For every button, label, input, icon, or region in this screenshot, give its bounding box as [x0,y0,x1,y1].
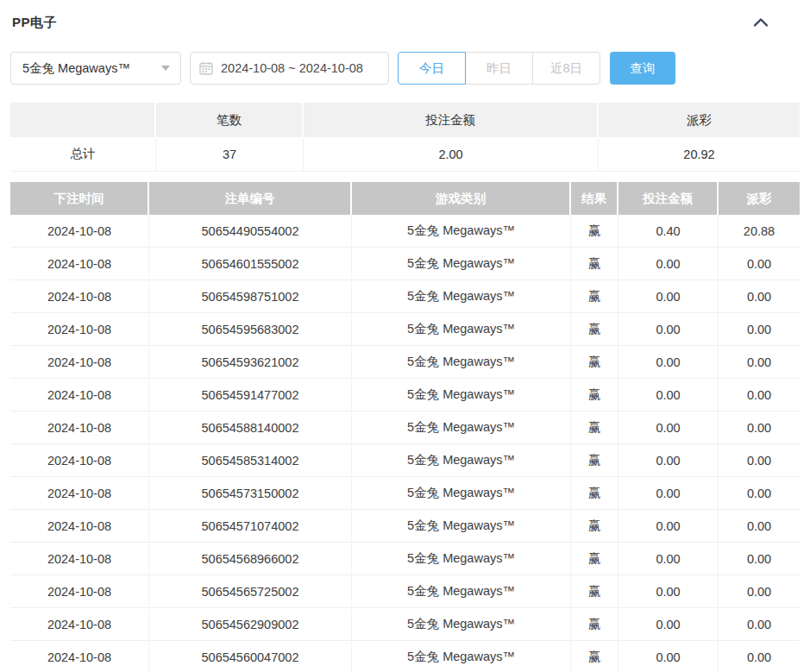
table-cell: 5金兔 Megaways™ [352,543,571,575]
filter-bar: 5金兔 Megaways™ 2024-10-08 ~ 2024-10-08 [10,52,800,85]
table-cell: 50654568966002 [149,543,352,575]
table-cell: 赢 [571,575,618,608]
yesterday-button[interactable]: 昨日 [465,52,533,85]
calendar-icon [199,61,213,75]
table-cell: 2024-10-08 [10,543,149,575]
table-cell: 赢 [571,477,618,510]
bet-record-row: 2024-10-08506545914770025金兔 Megaways™赢0.… [10,379,800,411]
table-cell: 5金兔 Megaways™ [352,313,571,346]
column-header-cell: 注单编号 [149,182,352,215]
bet-record-row: 2024-10-08506545657250025金兔 Megaways™赢0.… [10,575,800,608]
column-header-cell [10,103,156,137]
table-cell: 0.00 [618,608,719,641]
table-cell: 赢 [571,608,618,641]
summary-total-row: 总计372.0020.92 [10,137,800,172]
table-cell: 50654490554002 [149,215,352,248]
table-cell: 50654601555002 [149,248,352,280]
table-cell: 赢 [571,543,618,575]
column-header-cell: 笔数 [156,103,304,137]
table-cell: 0.00 [618,280,719,313]
column-header-cell: 投注金额 [304,103,599,137]
table-cell: 2024-10-08 [10,444,149,477]
table-cell: 0.00 [719,510,800,543]
table-cell: 5金兔 Megaways™ [352,215,571,248]
table-cell: 20.92 [599,137,800,172]
chevron-down-icon [161,66,170,71]
bet-record-row: 2024-10-08506545881400025金兔 Megaways™赢0.… [10,411,800,444]
table-cell: 0.00 [618,641,719,672]
table-cell: 0.00 [719,280,800,313]
table-cell: 总计 [10,137,156,172]
bet-record-row: 2024-10-08506545689660025金兔 Megaways™赢0.… [10,543,800,575]
table-cell: 5金兔 Megaways™ [352,411,571,444]
report-panel: PP电子 5金兔 Megaways™ [0,0,810,672]
bet-records-header-row: 下注时间注单编号游戏类别结果投注金额派彩 [10,182,800,215]
table-cell: 5金兔 Megaways™ [352,280,571,313]
table-cell: 50654560047002 [149,641,352,672]
bet-record-row: 2024-10-08506546015550025金兔 Megaways™赢0.… [10,248,800,280]
table-cell: 2024-10-08 [10,313,149,346]
table-cell: 0.00 [618,543,719,575]
bet-record-row: 2024-10-08506545853140025金兔 Megaways™赢0.… [10,444,800,477]
column-header-cell: 投注金额 [618,182,719,215]
table-cell: 50654573150002 [149,477,352,510]
table-cell: 0.00 [618,411,719,444]
table-cell: 2024-10-08 [10,411,149,444]
table-cell: 0.00 [719,608,800,641]
table-cell: 0.00 [618,575,719,608]
column-header-cell: 派彩 [599,103,800,137]
table-cell: 0.00 [719,379,800,411]
table-cell: 2024-10-08 [10,510,149,543]
table-cell: 5金兔 Megaways™ [352,510,571,543]
table-cell: 2024-10-08 [10,346,149,379]
table-cell: 0.00 [719,313,800,346]
table-cell: 37 [156,137,304,172]
table-cell: 0.00 [618,444,719,477]
table-cell: 50654571074002 [149,510,352,543]
column-header-cell: 游戏类别 [352,182,571,215]
table-cell: 5金兔 Megaways™ [352,608,571,641]
date-range-input[interactable]: 2024-10-08 ~ 2024-10-08 [190,52,389,85]
quick-date-button-group: 今日 昨日 近8日 [398,52,600,85]
table-cell: 0.00 [618,477,719,510]
collapse-button[interactable] [751,16,770,29]
last-8-days-button[interactable]: 近8日 [532,52,600,85]
table-cell: 5金兔 Megaways™ [352,379,571,411]
today-button[interactable]: 今日 [398,52,466,85]
game-select[interactable]: 5金兔 Megaways™ [10,52,181,85]
search-button[interactable]: 查询 [610,52,675,85]
bet-record-row: 2024-10-08506545936210025金兔 Megaways™赢0.… [10,346,800,379]
table-cell: 50654562909002 [149,608,352,641]
table-cell: 20.88 [719,215,800,248]
table-cell: 赢 [571,280,618,313]
table-cell: 0.00 [719,346,800,379]
table-cell: 2024-10-08 [10,575,149,608]
table-cell: 5金兔 Megaways™ [352,444,571,477]
column-header-cell: 派彩 [719,182,800,215]
summary-header-row: 笔数投注金额派彩 [10,103,800,137]
table-cell: 0.00 [618,313,719,346]
table-cell: 50654585314002 [149,444,352,477]
date-range-value: 2024-10-08 ~ 2024-10-08 [221,61,363,75]
column-header-cell: 结果 [571,182,618,215]
table-cell: 2024-10-08 [10,215,149,248]
table-cell: 赢 [571,444,618,477]
table-cell: 0.00 [618,510,719,543]
table-cell: 50654588140002 [149,411,352,444]
table-cell: 0.00 [719,477,800,510]
table-cell: 赢 [571,379,618,411]
table-cell: 50654565725002 [149,575,352,608]
bet-records-table: 下注时间注单编号游戏类别结果投注金额派彩 2024-10-08506544905… [10,182,800,672]
table-cell: 5金兔 Megaways™ [352,477,571,510]
summary-table-head: 笔数投注金额派彩 [10,103,800,137]
table-cell: 2024-10-08 [10,248,149,280]
table-cell: 50654598751002 [149,280,352,313]
bet-records-table-body: 2024-10-08506544905540025金兔 Megaways™赢0.… [10,215,800,672]
table-cell: 0.00 [618,346,719,379]
table-cell: 0.00 [618,248,719,280]
bet-record-row: 2024-10-08506544905540025金兔 Megaways™赢0.… [10,215,800,248]
table-cell: 0.00 [719,411,800,444]
table-cell: 赢 [571,411,618,444]
table-cell: 5金兔 Megaways™ [352,346,571,379]
page-title: PP电子 [12,15,57,31]
